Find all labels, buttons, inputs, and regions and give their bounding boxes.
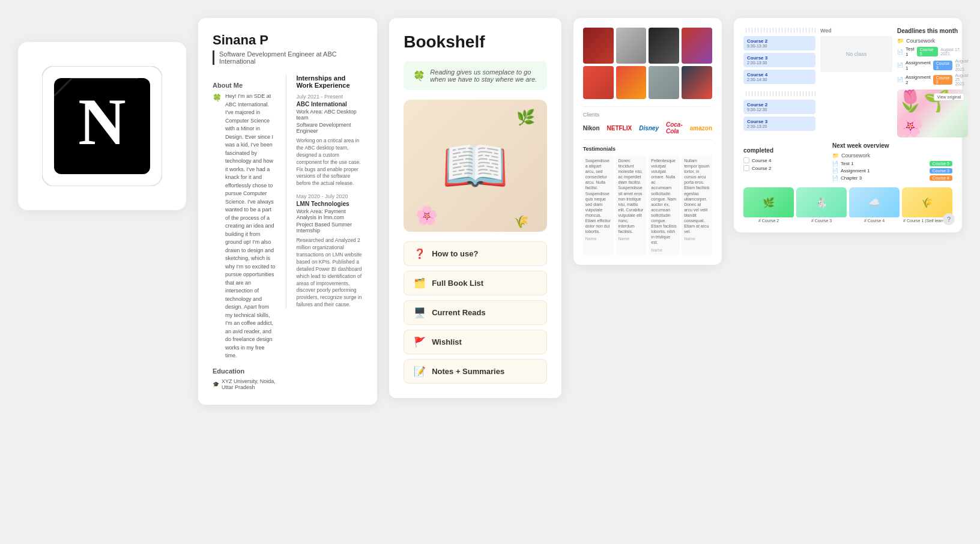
thumb-course-3[interactable]: 🐇 # Course 3	[796, 187, 847, 223]
bookshelf-card: Bookshelf 🍀 Reading gives us someplace t…	[389, 18, 561, 398]
portfolio-card: Clients Nikon NETFLIX Disney Coca-Cola a…	[573, 18, 722, 265]
about-section: 🍀 Hey! I'm an SDE at ABC International. …	[213, 92, 276, 360]
education-icon: 🎓	[213, 381, 219, 387]
testimonials-label: Testimonials	[583, 146, 712, 152]
thumb-img-1: 🌾	[902, 187, 952, 217]
thumb-course-4[interactable]: ☁️ # Course 4	[849, 187, 900, 223]
nw-item-1: 📄 Test 1 Course 5	[832, 161, 952, 166]
schedule-wed-col: Wed No class	[820, 28, 892, 138]
quote-text: Reading gives us someplace to go when we…	[430, 68, 537, 83]
netflix-logo: NETFLIX	[607, 125, 632, 131]
next-week-category: 📁 Coursework	[832, 153, 952, 159]
svg-text:N: N	[78, 85, 126, 159]
menu-how-to-use[interactable]: ❓ How to use?	[404, 241, 547, 266]
current-reads-label: Current Reads	[432, 308, 486, 317]
about-label: About Me	[213, 82, 276, 89]
work-section: Internships and Work Experience July 202…	[286, 74, 363, 309]
profile-title: Software Development Engineer at ABC Int…	[213, 50, 363, 65]
testimonial-3: Pellentesque volutpat volutpat ornare. N…	[649, 156, 679, 255]
nw-doc-1: 📄	[832, 161, 838, 166]
profile-name: Sinana P	[213, 32, 363, 48]
menu-notes-summaries[interactable]: 📝 Notes + Summaries	[404, 359, 547, 384]
checkbox-2[interactable]	[743, 165, 749, 171]
about-text: Hey! I'm an SDE at ABC International. I'…	[225, 92, 276, 360]
quote-box: 🍀 Reading gives us someplace to go when …	[404, 61, 547, 90]
course-2-b: Course 2 9:30-12:30	[743, 100, 815, 114]
deadline-2: 📄 Assignment 1 Course 3 August 19, 2021	[897, 59, 968, 71]
portfolio-img-1	[583, 28, 614, 64]
portfolio-img-3	[649, 28, 679, 64]
menu-wishlist[interactable]: 🚩 Wishlist	[404, 330, 547, 354]
course-thumbnails: 🌿 # Course 2 🐇 # Course 3 ☁️ # Course 4 …	[743, 187, 952, 223]
nikon-logo: Nikon	[583, 125, 600, 131]
portfolio-img-7	[649, 66, 679, 99]
clients-logos: Nikon NETFLIX Disney Coca-Cola amazon	[583, 121, 712, 134]
notion-logo-card: N	[18, 42, 186, 210]
profile-card: Sinana P Software Development Engineer a…	[198, 18, 377, 405]
clients-label: Clients	[583, 112, 712, 118]
wishlist-label: Wishlist	[432, 337, 462, 346]
education-label: Education	[213, 367, 276, 375]
nw-item-2: 📄 Assignment 1 Course 3	[832, 168, 952, 174]
testimonial-1: Suspendisse a aliquet arcu, sed consecte…	[583, 156, 614, 255]
nw-doc-2: 📄	[832, 168, 838, 174]
how-to-use-label: How to use?	[432, 249, 478, 258]
folder-icon: 📁	[897, 38, 904, 44]
thumb-img-4: ☁️	[849, 187, 900, 217]
portfolio-img-6	[616, 66, 647, 99]
doc-icon-3: 📄	[897, 77, 903, 82]
dashboard-card: Course 2 9:30-13:30 Course 3 2:30-13:30 …	[734, 18, 962, 232]
education-school: XYZ University, Noida, Uttar Pradesh	[222, 378, 276, 390]
book-menu: ❓ How to use? 🗂️ Full Book List 🖥️ Curre…	[404, 241, 547, 384]
completed-item-1: Course 4	[743, 157, 827, 163]
clover-icon: 🍀	[213, 92, 222, 360]
folder-icon-nw: 📁	[832, 153, 839, 159]
job-1: July 2021 - Present ABC International Wo…	[296, 94, 363, 187]
next-week-section: Next week overview 📁 Coursework 📄 Test 1…	[832, 142, 952, 183]
deadline-3: 📄 Assignment 2 Course 3 August 25, 2021	[897, 73, 968, 86]
doc-icon: 📄	[897, 49, 903, 55]
course-2-a: Course 2 9:30-13:30	[743, 36, 815, 50]
cocacola-logo: Coca-Cola	[666, 121, 683, 134]
checkbox-1[interactable]	[743, 157, 749, 163]
testimonial-2: Donec tincidunt molestie nisi, ac imperd…	[616, 156, 647, 255]
notes-summaries-icon: 📝	[414, 366, 426, 377]
job-2: May 2020 - July 2020 LMN Technologies Wo…	[296, 193, 363, 309]
how-to-use-icon: ❓	[414, 248, 426, 259]
clients-section: Clients Nikon NETFLIX Disney Coca-Cola a…	[583, 106, 712, 140]
course-3-b: Course 3 2:30-13:20	[743, 116, 815, 131]
full-book-list-icon: 🗂️	[414, 277, 426, 289]
testimonial-4: Nullam tempor ipsum tortor, in cursus ar…	[682, 156, 712, 255]
thumb-img-2: 🌿	[743, 187, 794, 217]
notion-logo-icon: N	[42, 66, 162, 186]
no-class: No class	[820, 36, 892, 72]
schedule-col-1: Course 2 9:30-13:30 Course 3 2:30-13:30 …	[743, 28, 815, 138]
work-section-title: Internships and Work Experience	[296, 74, 363, 89]
deadline-1: 📄 Test 1 Course 5 August 17, 2021	[897, 46, 968, 57]
main-canvas: N Sinana P Software Development Engineer…	[0, 0, 980, 544]
education-item: 🎓 XYZ University, Noida, Uttar Pradesh	[213, 378, 276, 390]
deadline-category: 📁 Coursework	[897, 38, 968, 44]
deadlines-col: Deadlines this month 📁 Coursework 📄 Test…	[897, 28, 968, 138]
book-illustration: 📖 🌸 🌿 🌾	[404, 100, 547, 232]
completed-item-2: Course 2	[743, 165, 827, 171]
menu-current-reads[interactable]: 🖥️ Current Reads	[404, 300, 547, 325]
help-button[interactable]: ?	[943, 213, 955, 225]
nw-item-3: 📄 Chapter 3 Course 4	[832, 175, 952, 181]
amazon-logo: amazon	[690, 125, 712, 131]
bottom-section: completed Course 4 Course 2 Next week ov…	[743, 142, 952, 183]
portfolio-img-4	[682, 28, 712, 64]
doc-icon-2: 📄	[897, 62, 903, 68]
testimonials-grid: Suspendisse a aliquet arcu, sed consecte…	[583, 156, 712, 255]
schedule-grid: Course 2 9:30-13:30 Course 3 2:30-13:30 …	[743, 28, 952, 138]
portfolio-img-8	[682, 66, 712, 99]
current-reads-icon: 🖥️	[414, 307, 426, 318]
portfolio-grid	[583, 28, 712, 99]
portfolio-img-5	[583, 66, 614, 99]
thumb-course-2[interactable]: 🌿 # Course 2	[743, 187, 794, 223]
notes-summaries-label: Notes + Summaries	[432, 367, 504, 376]
view-original-button[interactable]: View original	[934, 93, 965, 101]
testimonials-section: Testimonials Suspendisse a aliquet arcu,…	[583, 146, 712, 255]
menu-full-book-list[interactable]: 🗂️ Full Book List	[404, 271, 547, 295]
course-4-a: Course 4 2:30-14:30	[743, 70, 815, 84]
